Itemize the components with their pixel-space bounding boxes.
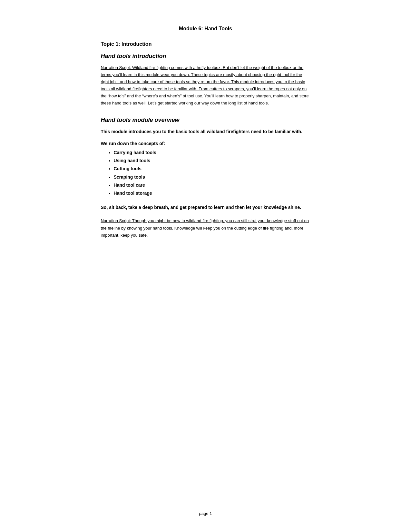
narration-script-2: Narration Script: Though you might be ne… (101, 217, 310, 239)
overview-section: Hand tools module overview This module i… (101, 117, 310, 239)
list-item: Hand tool storage (114, 189, 310, 197)
list-item: Carrying hand tools (114, 149, 310, 157)
closing-statement: So, sit back, take a deep breath, and ge… (101, 204, 310, 211)
section1-title: Hand tools introduction (101, 53, 310, 60)
overview-intro: This module introduces you to the basic … (101, 128, 310, 135)
bullet-list: Carrying hand tools Using hand tools Cut… (114, 149, 310, 197)
module-title: Module 6: Hand Tools (101, 26, 310, 32)
list-item: Cutting tools (114, 165, 310, 173)
narration-script-1: Narration Script: Wildland fire fighting… (101, 64, 310, 107)
list-item: Scraping tools (114, 173, 310, 181)
list-item: Hand tool care (114, 181, 310, 189)
page-number: page 1 (199, 511, 212, 516)
section2-title: Hand tools module overview (101, 117, 310, 123)
topic-title: Topic 1: Introduction (101, 41, 310, 47)
page-container: Module 6: Hand Tools Topic 1: Introducti… (69, 0, 343, 532)
concepts-label: We run down the concepts of: (101, 141, 310, 146)
list-item: Using hand tools (114, 157, 310, 165)
